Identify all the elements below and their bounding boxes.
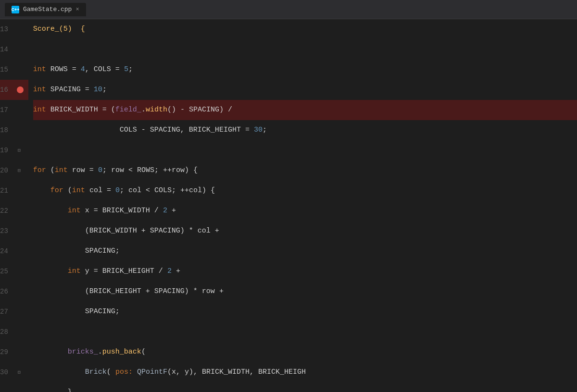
gutter-row	[14, 80, 28, 100]
token-classname: Brick	[85, 362, 107, 382]
token-id	[133, 362, 137, 382]
token-num: 10	[94, 80, 102, 100]
token-kw: int	[68, 261, 81, 282]
token-id: () - SPACING) /	[167, 100, 232, 120]
tab-filename: GameState.cpp	[23, 6, 72, 13]
token-id: (BRICK_HEIGHT + SPACING) * row +	[33, 282, 224, 302]
gutter-row	[14, 322, 28, 342]
code-line-partial: Score_(5) {	[33, 19, 577, 39]
token-kw: int	[33, 100, 46, 120]
line-number: 14	[0, 39, 14, 60]
token-id: ; col < COLS; ++col) {	[120, 181, 215, 201]
token-id: SPACING;	[33, 302, 120, 322]
line-number: 24	[0, 241, 14, 261]
gutter-row: ⊟	[14, 362, 28, 382]
gutter-row	[14, 201, 28, 221]
token-id: (	[107, 362, 115, 382]
token-id: (	[141, 342, 146, 362]
gutter-row	[14, 120, 28, 140]
token-kw: for	[50, 181, 63, 201]
code-line: bricks_.push_back(	[33, 342, 577, 362]
file-tab[interactable]: C++ GameState.cpp ×	[5, 3, 86, 16]
token-method: width	[146, 100, 167, 120]
token-num: 30	[254, 120, 263, 140]
gutter-row	[14, 342, 28, 362]
token-id	[33, 201, 68, 221]
token-id: ;	[263, 120, 267, 140]
line-number: 17	[0, 100, 14, 120]
token-id: COLS - SPACING, BRICK_HEIGHT =	[33, 120, 254, 140]
code-area: Score_(5) { int ROWS = 4, COLS = 5;int S…	[28, 19, 577, 392]
token-id: +	[172, 261, 180, 282]
token-id: SPACING;	[33, 241, 120, 261]
token-param: pos:	[115, 362, 133, 382]
title-bar: C++ GameState.cpp ×	[0, 0, 577, 19]
token-kw: int	[33, 80, 46, 100]
gutter: ⊟⊟⊟	[14, 19, 28, 392]
code-line: COLS - SPACING, BRICK_HEIGHT = 30;	[33, 120, 577, 140]
gutter-row	[14, 19, 28, 39]
token-kw: int	[72, 181, 85, 201]
line-number: 29	[0, 342, 14, 362]
line-number: 21	[0, 181, 14, 201]
token-id: ;	[102, 80, 107, 100]
token-id: +	[167, 201, 176, 221]
line-number: 19	[0, 140, 14, 160]
token-classname: QPointF	[137, 362, 167, 382]
token-num: 5	[124, 60, 128, 80]
tab-close-icon[interactable]: ×	[75, 6, 79, 13]
token-id: .	[98, 342, 102, 362]
gutter-row	[14, 261, 28, 282]
token-id: (	[46, 160, 55, 181]
token-kw: int	[33, 60, 46, 80]
partial-text: Score_(5) {	[33, 19, 85, 39]
code-line: for (int col = 0; col < COLS; ++col) {	[33, 181, 577, 201]
line-number: 28	[0, 322, 14, 342]
gutter-row	[14, 39, 28, 60]
gutter-row	[14, 302, 28, 322]
line-number: 16	[0, 80, 14, 100]
fold-icon[interactable]: ⊟	[18, 147, 21, 153]
fold-icon[interactable]: ⊟	[18, 369, 21, 375]
gutter-row	[14, 221, 28, 241]
token-id: SPACING =	[46, 80, 94, 100]
token-id: (	[63, 181, 72, 201]
code-line: (BRICK_HEIGHT + SPACING) * row +	[33, 282, 577, 302]
code-line	[33, 322, 577, 342]
code-line: int x = BRICK_WIDTH / 2 +	[33, 201, 577, 221]
gutter-row	[14, 100, 28, 120]
gutter-row	[14, 282, 28, 302]
token-id: col =	[85, 181, 115, 201]
line-number: 20	[0, 160, 14, 181]
token-id: ;	[128, 60, 133, 80]
token-num: 0	[115, 181, 120, 201]
token-kw: int	[68, 201, 81, 221]
gutter-row	[14, 181, 28, 201]
code-line: Brick( pos: QPointF(x, y), BRICK_WIDTH, …	[33, 362, 577, 382]
code-line: SPACING;	[33, 302, 577, 322]
token-num: 4	[81, 60, 85, 80]
code-line: int SPACING = 10;	[33, 80, 577, 100]
token-id: }	[33, 382, 72, 392]
line-numbers: 131415161718192021222324252627282930	[0, 19, 14, 392]
line-number: 13	[0, 19, 14, 39]
code-line: SPACING;	[33, 241, 577, 261]
token-id: ; row < ROWS; ++row) {	[102, 160, 198, 181]
breakpoint-icon[interactable]	[17, 86, 24, 93]
code-line: }	[33, 382, 577, 392]
fold-icon[interactable]: ⊟	[18, 168, 21, 173]
code-line: int BRICK_WIDTH = (field_.width() - SPAC…	[33, 100, 577, 120]
token-method: push_back	[102, 342, 141, 362]
line-number: 23	[0, 221, 14, 241]
cpp-icon: C++	[12, 6, 19, 13]
code-line: for (int row = 0; row < ROWS; ++row) {	[33, 160, 577, 181]
token-id	[33, 362, 85, 382]
token-id: .	[141, 100, 146, 120]
token-id: BRICK_WIDTH = (	[46, 100, 115, 120]
line-number: 30	[0, 362, 14, 382]
token-id	[33, 261, 68, 282]
token-id: row =	[68, 160, 98, 181]
gutter-row	[14, 60, 28, 80]
line-number: 22	[0, 201, 14, 221]
token-num: 0	[98, 160, 102, 181]
